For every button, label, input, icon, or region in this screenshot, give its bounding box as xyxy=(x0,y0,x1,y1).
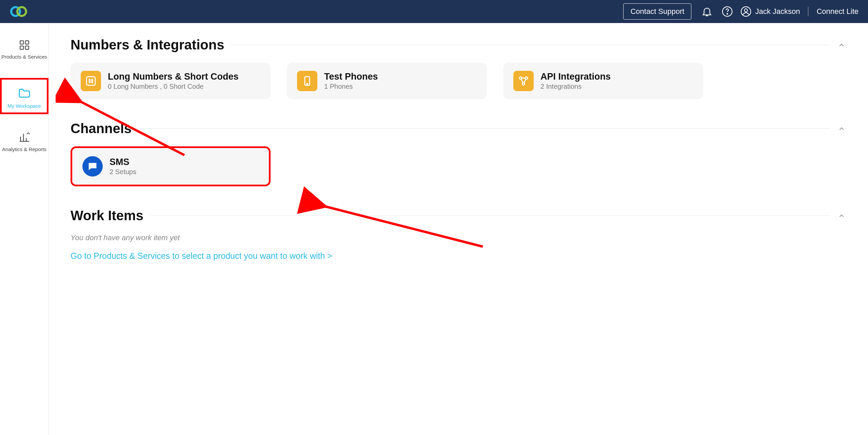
collapse-toggle[interactable] xyxy=(837,124,846,133)
divider xyxy=(138,128,830,129)
analytics-icon xyxy=(19,132,30,143)
svg-rect-7 xyxy=(25,41,28,44)
card-title: Test Phones xyxy=(324,71,378,82)
section-numbers-header: Numbers & Integrations xyxy=(71,37,846,53)
collapse-toggle[interactable] xyxy=(837,40,846,50)
divider xyxy=(150,215,830,216)
section-channels-header: Channels xyxy=(71,121,846,136)
collapse-toggle[interactable] xyxy=(837,211,846,221)
card-test-phones[interactable]: Test Phones 1 Phones xyxy=(287,63,487,99)
brand-logo[interactable] xyxy=(9,6,28,17)
svg-point-5 xyxy=(745,9,748,12)
folder-icon xyxy=(18,86,31,100)
sms-icon: SMS xyxy=(82,156,103,177)
sidebar-item-label: Products & Services xyxy=(1,54,47,60)
sidebar-item-analytics-reports[interactable]: Analytics & Reports xyxy=(0,129,48,156)
card-long-numbers[interactable]: Long Numbers & Short Codes 0 Long Number… xyxy=(71,63,271,99)
card-api-integrations[interactable]: API Integrations 2 Integrations xyxy=(503,63,703,99)
section-title: Channels xyxy=(71,121,132,136)
svg-point-1 xyxy=(17,7,26,16)
divider xyxy=(808,7,808,16)
card-title: SMS xyxy=(110,157,136,167)
main-content: Numbers & Integrations Long Numbers & Sh… xyxy=(49,23,868,435)
card-title: Long Numbers & Short Codes xyxy=(108,71,239,82)
sidebar-item-label: Analytics & Reports xyxy=(2,146,46,153)
svg-point-12 xyxy=(307,83,308,84)
section-title: Work Items xyxy=(71,208,143,223)
section-title: Numbers & Integrations xyxy=(71,37,224,53)
notifications-icon[interactable] xyxy=(699,4,714,19)
svg-rect-6 xyxy=(20,41,23,44)
sidebar: Products & Services My Workspace Analyti… xyxy=(0,23,49,435)
svg-rect-9 xyxy=(25,46,28,49)
plan-name: Connect Lite xyxy=(816,7,859,16)
card-subtitle: 2 Integrations xyxy=(540,83,611,90)
user-icon xyxy=(740,6,752,17)
integration-icon xyxy=(513,71,534,91)
card-subtitle: 2 Setups xyxy=(110,168,136,176)
card-sms[interactable]: SMS SMS 2 Setups xyxy=(71,146,271,186)
svg-text:SMS: SMS xyxy=(90,164,96,167)
sidebar-item-my-workspace[interactable]: My Workspace xyxy=(0,78,48,115)
card-title: API Integrations xyxy=(540,71,611,82)
sidebar-item-products-services[interactable]: Products & Services xyxy=(0,37,48,63)
grid-icon xyxy=(19,39,30,51)
svg-rect-10 xyxy=(86,77,95,85)
hash-icon xyxy=(81,71,101,91)
contact-support-button[interactable]: Contact Support xyxy=(623,3,691,20)
phone-icon xyxy=(297,71,317,91)
sidebar-item-label: My Workspace xyxy=(7,103,41,109)
section-workitems-header: Work Items xyxy=(71,208,846,223)
divider xyxy=(231,45,830,45)
help-icon[interactable] xyxy=(720,4,735,19)
user-name: Jack Jackson xyxy=(755,7,800,16)
workitems-empty-text: You don't have any work item yet xyxy=(71,233,846,242)
app-header: Contact Support Jack Jackson Connect Lit… xyxy=(0,0,868,23)
numbers-cards-row: Long Numbers & Short Codes 0 Long Number… xyxy=(71,63,846,99)
card-subtitle: 0 Long Numbers , 0 Short Code xyxy=(108,83,239,90)
svg-rect-8 xyxy=(20,46,23,49)
user-menu[interactable]: Jack Jackson Connect Lite xyxy=(740,6,859,17)
svg-point-3 xyxy=(727,14,728,14)
workitems-go-link[interactable]: Go to Products & Services to select a pr… xyxy=(71,251,332,261)
card-subtitle: 1 Phones xyxy=(324,83,378,90)
channels-cards-row: SMS SMS 2 Setups xyxy=(71,146,846,186)
